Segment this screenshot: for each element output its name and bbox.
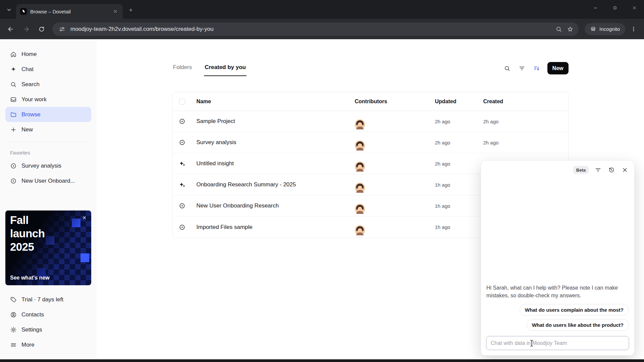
contributor-avatar	[355, 119, 435, 129]
minimize-button[interactable]	[586, 0, 605, 15]
sidebar: Home Chat Search Your work Browse	[0, 39, 97, 359]
sidebar-item-new[interactable]: New	[5, 122, 91, 137]
favorite-item-new-user-onboarding[interactable]: New User Onboard...	[5, 173, 91, 188]
sidebar-item-trial[interactable]: Trial · 7 days left	[5, 292, 91, 307]
sidebar-item-your-work[interactable]: Your work	[5, 92, 91, 107]
sidebar-item-search[interactable]: Search	[5, 77, 91, 92]
dovetail-favicon-icon	[20, 8, 27, 15]
tab-close-icon[interactable]	[111, 7, 119, 15]
table-row[interactable]: Sample Project 2h ago 2h ago	[173, 111, 568, 132]
person-icon	[10, 311, 17, 318]
taskbar-edge	[0, 359, 644, 362]
row-name[interactable]: Untitled insight	[192, 160, 355, 167]
promo-close-icon[interactable]	[80, 214, 88, 221]
sidebar-item-more[interactable]: More	[5, 337, 91, 352]
incognito-label: Incognito	[599, 26, 620, 32]
sidebar-item-label: More	[21, 342, 35, 348]
contributor-avatar	[355, 204, 435, 214]
sidebar-item-label: New	[21, 126, 33, 133]
sidebar-item-contacts[interactable]: Contacts	[5, 307, 91, 322]
tab-created-by-you[interactable]: Created by you	[204, 62, 247, 76]
project-icon	[173, 202, 192, 209]
target-icon	[10, 178, 17, 184]
close-window-button[interactable]	[625, 0, 644, 15]
back-button[interactable]	[4, 22, 17, 36]
row-name[interactable]: Onboarding Research Summary - 2025	[192, 181, 355, 188]
new-tab-button[interactable]	[125, 5, 136, 15]
project-icon	[173, 224, 192, 231]
maximize-button[interactable]	[605, 0, 625, 15]
contributor-avatar	[355, 225, 435, 235]
history-icon[interactable]	[607, 166, 615, 174]
sidebar-divider	[9, 142, 87, 142]
table-row[interactable]: Survey analysis 2h ago 2h ago	[173, 132, 568, 153]
address-bar[interactable]: moodjoy-team-2h2v.dovetail.com/browse/cr…	[52, 22, 579, 36]
sidebar-item-browse[interactable]: Browse	[5, 107, 91, 122]
suggestion-chip[interactable]: What do users complain about the most?	[520, 304, 629, 316]
reload-button[interactable]	[35, 22, 48, 36]
row-name[interactable]: New User Onboarding Research	[192, 202, 355, 209]
sidebar-item-label: Chat	[21, 66, 34, 73]
favorites-heading: Favorites	[10, 150, 91, 156]
insight-icon	[173, 160, 192, 167]
project-icon	[173, 118, 192, 125]
row-name[interactable]: Imported Files sample	[192, 224, 355, 231]
sort-icon[interactable]	[531, 62, 543, 74]
filter-icon[interactable]	[594, 166, 602, 174]
favorite-item-label: New User Onboard...	[21, 178, 75, 184]
row-updated: 1h ago	[435, 224, 483, 230]
sidebar-item-label: Trial · 7 days left	[21, 296, 63, 303]
column-header-created[interactable]: Created	[483, 99, 568, 105]
sidebar-item-label: Browse	[21, 111, 41, 118]
column-header-name[interactable]: Name	[192, 99, 355, 105]
contributor-avatar	[355, 140, 435, 150]
favorite-item-survey-analysis[interactable]: Survey analysis	[5, 158, 91, 173]
table-header: Name Contributors Updated Created	[173, 92, 568, 111]
browser-toolbar: moodjoy-team-2h2v.dovetail.com/browse/cr…	[0, 19, 644, 39]
sidebar-item-home[interactable]: Home	[5, 47, 91, 62]
favorite-item-label: Survey analysis	[21, 163, 61, 169]
sidebar-item-label: Settings	[21, 326, 42, 333]
site-settings-icon[interactable]	[57, 24, 67, 34]
url-text[interactable]: moodjoy-team-2h2v.dovetail.com/browse/cr…	[70, 26, 553, 33]
browser-tab[interactable]: Browse – Dovetail	[16, 4, 123, 19]
sidebar-item-chat[interactable]: Chat	[5, 62, 91, 77]
browser-menu-icon[interactable]	[627, 23, 640, 36]
select-all-checkbox[interactable]	[179, 99, 185, 105]
forward-button[interactable]	[19, 22, 33, 36]
column-header-updated[interactable]: Updated	[435, 99, 483, 105]
tab-search-button[interactable]	[3, 4, 15, 15]
suggestion-chip[interactable]: What do users like about the product?	[527, 319, 629, 331]
sidebar-item-settings[interactable]: Settings	[5, 322, 91, 337]
row-name[interactable]: Sample Project	[192, 118, 355, 125]
search-icon[interactable]	[553, 23, 565, 35]
promo-cta-link[interactable]: See what's new	[10, 275, 50, 281]
close-icon[interactable]	[621, 166, 629, 174]
sidebar-item-label: Home	[21, 51, 37, 58]
filter-icon[interactable]	[516, 62, 528, 74]
row-updated: 1h ago	[435, 182, 483, 188]
view-tabs: Folders Created by you New	[172, 62, 569, 77]
sidebar-item-label: Contacts	[21, 311, 44, 318]
new-button[interactable]: New	[547, 62, 569, 74]
sidebar-item-label: Your work	[21, 96, 47, 103]
column-header-contributors[interactable]: Contributors	[355, 99, 435, 105]
row-name[interactable]: Survey analysis	[192, 139, 355, 146]
row-updated: 2h ago	[435, 119, 483, 124]
window-controls	[586, 0, 644, 15]
chat-input-container	[486, 336, 629, 350]
search-icon[interactable]	[501, 62, 513, 74]
contributor-avatar	[355, 162, 435, 172]
tab-folders[interactable]: Folders	[172, 62, 193, 76]
contributor-avatar	[355, 183, 435, 193]
row-created: 2h ago	[483, 140, 568, 145]
promo-card[interactable]: Fall launch 2025 See what's new	[5, 210, 91, 285]
chat-panel-header: Beta	[486, 166, 629, 174]
browser-chrome: Browse – Dovetail	[0, 0, 644, 39]
sidebar-item-label: Search	[21, 81, 40, 88]
chat-input[interactable]	[491, 340, 625, 346]
bookmark-star-icon[interactable]	[565, 23, 576, 35]
target-icon	[10, 163, 17, 169]
row-updated: 2h ago	[435, 140, 483, 145]
incognito-badge: Incognito	[585, 23, 625, 35]
